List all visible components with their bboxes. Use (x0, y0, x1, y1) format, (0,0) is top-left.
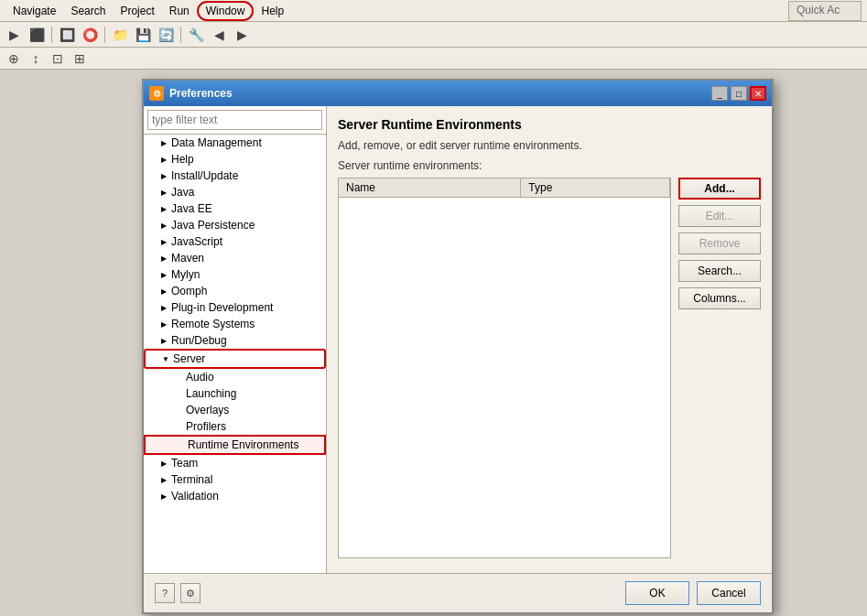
search-button[interactable]: Search... (678, 260, 761, 282)
col-header-name: Name (339, 178, 521, 198)
tree-item-java-persistence[interactable]: ▶ Java Persistence (144, 217, 326, 233)
menu-project[interactable]: Project (113, 3, 161, 19)
main-area: ⚙ Preferences _ □ ✕ (0, 70, 867, 616)
tree-item-data-management[interactable]: ▶ Data Management (144, 135, 326, 151)
menu-search[interactable]: Search (63, 3, 113, 19)
env-table: Name Type (339, 178, 670, 198)
tree-item-java-ee[interactable]: ▶ Java EE (144, 200, 326, 217)
cancel-button[interactable]: Cancel (697, 581, 761, 605)
tree-item-remote-systems[interactable]: ▶ Remote Systems (144, 316, 326, 332)
dialog-body: ▶ Data Management ▶ Help ▶ Install/Updat… (144, 106, 772, 573)
menu-navigate[interactable]: Navigate (5, 3, 63, 19)
col-header-type: Type (521, 178, 670, 198)
toolbar-btn-9[interactable]: ▶ (232, 25, 252, 45)
tree-item-help[interactable]: ▶ Help (144, 151, 326, 168)
tree-item-install-update[interactable]: ▶ Install/Update (144, 168, 326, 184)
menu-window[interactable]: Window (197, 1, 255, 21)
arrow-icon: ▶ (158, 286, 169, 297)
settings-button[interactable]: ⚙ (180, 583, 200, 603)
tree-item-team[interactable]: ▶ Team (144, 455, 326, 471)
menu-run[interactable]: Run (162, 3, 197, 19)
toolbar2-btn-1[interactable]: ⊕ (4, 49, 24, 69)
filter-input[interactable] (147, 110, 322, 130)
tree-label: Server (173, 352, 205, 365)
tree-label: Maven (171, 252, 204, 265)
toolbar-btn-1[interactable]: ⬛ (27, 25, 47, 45)
arrow-icon: ▶ (158, 220, 169, 231)
run-button[interactable]: ▶ (4, 25, 24, 45)
panel-title: Server Runtime Environments (338, 117, 761, 132)
tree-label: Help (171, 153, 194, 166)
dialog-title-icon: ⚙ (149, 86, 164, 101)
tree-label: Plug-in Development (171, 301, 273, 314)
arrow-icon: ▶ (158, 302, 169, 313)
remove-button[interactable]: Remove (678, 232, 761, 254)
arrow-icon: ▶ (158, 335, 169, 346)
tree-item-javascript[interactable]: ▶ JavaScript (144, 233, 326, 250)
tree-item-server[interactable]: ▼ Server (144, 349, 326, 369)
arrow-icon: ▶ (158, 269, 169, 280)
toolbar-btn-3[interactable]: ⭕ (80, 25, 100, 45)
spacer-icon (173, 388, 184, 399)
columns-button[interactable]: Columns... (678, 287, 761, 309)
dialog-maximize-button[interactable]: □ (731, 86, 747, 101)
toolbar-btn-6[interactable]: 🔄 (156, 25, 176, 45)
tree-label: Install/Update (171, 169, 238, 182)
tree-label: Runtime Environments (188, 438, 298, 451)
tree-item-runtime-environments[interactable]: Runtime Environments (144, 435, 326, 455)
toolbar2-btn-3[interactable]: ⊡ (48, 49, 68, 69)
dialog-minimize-button[interactable]: _ (711, 86, 728, 101)
tree-item-launching[interactable]: Launching (144, 385, 326, 402)
tree-panel: ▶ Data Management ▶ Help ▶ Install/Updat… (144, 106, 327, 573)
footer-left: ? ⚙ (155, 583, 200, 603)
tree-item-oomph[interactable]: ▶ Oomph (144, 283, 326, 299)
secondary-toolbar: ⊕ ↕ ⊡ ⊞ (0, 48, 867, 70)
arrow-icon: ▶ (158, 203, 169, 214)
tree-item-audio[interactable]: Audio (144, 369, 326, 385)
tree-item-terminal[interactable]: ▶ Terminal (144, 471, 326, 488)
tree-label: JavaScript (171, 235, 222, 248)
tree-item-profilers[interactable]: Profilers (144, 418, 326, 435)
toolbar-btn-4[interactable]: 📁 (110, 25, 130, 45)
edit-button[interactable]: Edit... (678, 205, 761, 227)
panel-desc: Add, remove, or edit server runtime envi… (338, 139, 761, 152)
tree-label: Validation (171, 490, 219, 503)
tree-label: Java EE (171, 202, 212, 215)
tree-item-java[interactable]: ▶ Java (144, 184, 326, 200)
tree-item-run-debug[interactable]: ▶ Run/Debug (144, 332, 326, 349)
menu-bar: Navigate Search Project Run Window Help … (0, 0, 867, 22)
toolbar-btn-5[interactable]: 💾 (133, 25, 153, 45)
tree-label: Audio (186, 371, 214, 384)
tree-label: Overlays (186, 404, 229, 416)
dialog-close-button[interactable]: ✕ (750, 86, 766, 101)
toolbar-btn-7[interactable]: 🔧 (186, 25, 206, 45)
dialog-footer: ? ⚙ OK Cancel (144, 573, 772, 612)
tree-item-plugin-dev[interactable]: ▶ Plug-in Development (144, 299, 326, 316)
dialog-title: ⚙ Preferences (149, 86, 233, 101)
tree-item-maven[interactable]: ▶ Maven (144, 250, 326, 266)
tree-content: ▶ Data Management ▶ Help ▶ Install/Updat… (144, 135, 326, 573)
dialog-title-bar: ⚙ Preferences _ □ ✕ (144, 81, 772, 106)
tree-filter (144, 106, 326, 135)
quick-access-toolbar: Quick Ac (788, 1, 862, 21)
help-button[interactable]: ? (155, 583, 175, 603)
tree-item-validation[interactable]: ▶ Validation (144, 488, 326, 504)
tree-label: Oomph (171, 285, 207, 297)
tree-label: Team (171, 457, 198, 470)
add-button[interactable]: Add... (678, 178, 761, 200)
tree-label: Profilers (186, 420, 226, 433)
arrow-icon: ▶ (158, 458, 169, 469)
main-toolbar: ▶ ⬛ 🔲 ⭕ 📁 💾 🔄 🔧 ◀ ▶ (0, 22, 867, 48)
toolbar-btn-2[interactable]: 🔲 (57, 25, 77, 45)
tree-item-mylyn[interactable]: ▶ Mylyn (144, 266, 326, 283)
tree-label: Launching (186, 387, 236, 400)
ok-button[interactable]: OK (625, 581, 689, 605)
arrow-icon: ▶ (158, 474, 169, 485)
toolbar2-btn-2[interactable]: ↕ (26, 49, 46, 69)
menu-help[interactable]: Help (254, 3, 291, 19)
footer-right: OK Cancel (625, 581, 761, 605)
toolbar2-btn-4[interactable]: ⊞ (70, 49, 90, 69)
tree-item-overlays[interactable]: Overlays (144, 402, 326, 418)
toolbar-btn-8[interactable]: ◀ (209, 25, 229, 45)
arrow-icon: ▶ (158, 187, 169, 198)
